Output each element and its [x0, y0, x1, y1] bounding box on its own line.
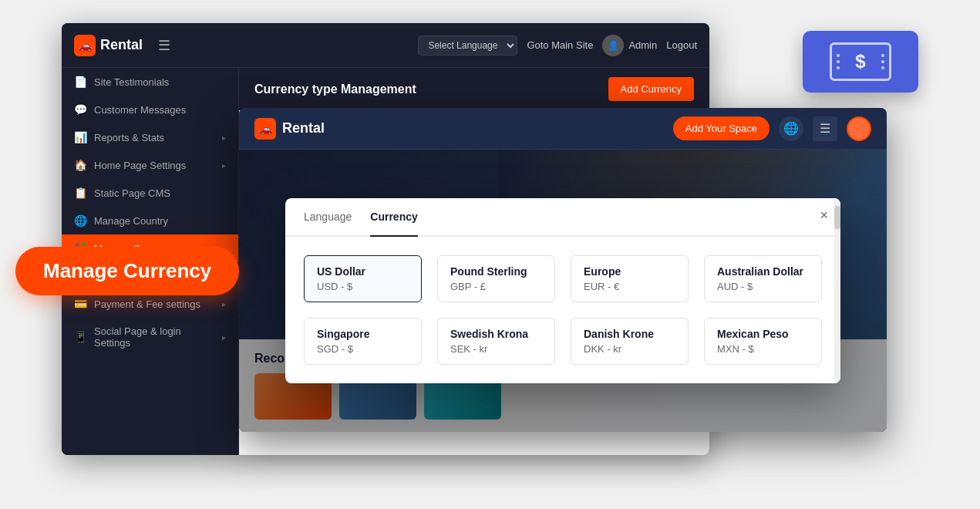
currency-name: Australian Dollar — [717, 265, 809, 278]
modal-overlay: × Language Currency US Dollar USD - $ Po… — [239, 150, 887, 432]
chevron-icon: ▸ — [222, 161, 226, 170]
frontend-header: 🚗 Rental Add Your Space 🌐 ☰ — [239, 108, 887, 150]
scroll-indicator — [834, 198, 840, 383]
currency-code: SGD - $ — [317, 343, 409, 355]
manage-currency-badge: Manage Currency — [15, 247, 239, 295]
admin-user: 👤 Admin — [602, 35, 657, 56]
tab-currency[interactable]: Currency — [370, 198, 417, 237]
frontend-body: Recommended Home × Language Currency US … — [239, 150, 887, 432]
currency-code: EUR - € — [584, 281, 675, 292]
admin-logo: 🚗 Rental — [74, 35, 143, 56]
currency-item-usd[interactable]: US Dollar USD - $ — [304, 255, 422, 302]
country-icon: 🌐 — [74, 214, 86, 227]
goto-main-site-link[interactable]: Goto Main Site — [527, 39, 593, 51]
homepage-icon: 🏠 — [74, 159, 86, 171]
hamburger-menu-icon[interactable]: ☰ — [158, 37, 170, 54]
frontend-logo: 🚗 Rental — [254, 118, 325, 140]
scroll-thumb[interactable] — [834, 206, 840, 229]
frontend-logo-icon: 🚗 — [254, 118, 276, 140]
chevron-icon: ▸ — [222, 333, 226, 342]
user-avatar — [847, 116, 871, 141]
main-content-header: Currency type Management Add Currency — [239, 68, 709, 110]
admin-avatar: 👤 — [602, 35, 624, 56]
currency-code: DKK - kr — [584, 343, 675, 355]
frontend-logo-text: Rental — [282, 120, 325, 137]
currency-item-dkk[interactable]: Danish Krone DKK - kr — [571, 318, 689, 365]
globe-icon[interactable]: 🌐 — [779, 116, 803, 141]
sidebar-label: Site Testimonials — [94, 76, 226, 88]
sidebar-item-homepage[interactable]: 🏠 Home Page Settings ▸ — [62, 151, 238, 179]
payment-icon: 💳 — [74, 298, 86, 310]
currency-name: Danish Krone — [584, 328, 675, 340]
reports-icon: 📊 — [74, 131, 86, 143]
currency-name: Europe — [584, 265, 675, 278]
page-title: Currency type Management — [254, 83, 416, 96]
messages-icon: 💬 — [74, 103, 86, 116]
sidebar-label: Customer Messages — [94, 104, 226, 116]
admin-logo-icon: 🚗 — [74, 35, 96, 56]
currency-modal: × Language Currency US Dollar USD - $ Po… — [285, 198, 840, 383]
modal-tabs: Language Currency — [285, 198, 840, 237]
currency-name: Swedish Krona — [450, 328, 542, 340]
currency-code: GBP - £ — [450, 281, 542, 292]
currency-code: MXN - $ — [717, 343, 809, 355]
currency-name: Singapore — [317, 328, 409, 340]
admin-header: 🚗 Rental ☰ Select Language Goto Main Sit… — [62, 23, 709, 68]
frontend-panel: 🚗 Rental Add Your Space 🌐 ☰ Recommended … — [239, 108, 887, 432]
currency-code: USD - $ — [317, 281, 409, 292]
currency-icon-inner: $ — [830, 42, 891, 81]
currency-item-sek[interactable]: Swedish Krona SEK - kr — [437, 318, 555, 365]
sidebar-item-country[interactable]: 🌐 Manage Country — [62, 207, 238, 234]
sidebar-label: Static Page CMS — [94, 187, 226, 199]
currency-item-gbp[interactable]: Pound Sterling GBP - £ — [437, 255, 555, 302]
admin-logo-text: Rental — [100, 37, 143, 53]
tab-language[interactable]: Language — [304, 198, 352, 237]
currency-icon-card: $ — [803, 31, 918, 93]
currency-item-aud[interactable]: Australian Dollar AUD - $ — [704, 255, 822, 302]
sidebar-item-social[interactable]: 📱 Social Page & login Settings ▸ — [62, 318, 238, 356]
sidebar-item-testimonials[interactable]: 📄 Site Testimonials — [62, 68, 238, 96]
sidebar-label: Social Page & login Settings — [94, 325, 214, 349]
add-space-button[interactable]: Add Your Space — [673, 116, 770, 140]
currency-item-mxn[interactable]: Mexican Peso MXN - $ — [704, 318, 822, 365]
language-select[interactable]: Select Language — [418, 35, 517, 56]
sidebar-label: Reports & Stats — [94, 132, 214, 143]
currency-name: US Dollar — [317, 265, 409, 278]
logout-link[interactable]: Logout — [666, 39, 697, 51]
sidebar-item-cms[interactable]: 📋 Static Page CMS — [62, 179, 238, 207]
frontend-header-right: Add Your Space 🌐 ☰ — [673, 116, 871, 141]
dollar-sign-icon: $ — [855, 51, 865, 72]
currency-name: Pound Sterling — [450, 265, 542, 278]
sidebar-label: Payment & Fee settings — [94, 298, 214, 310]
modal-body: US Dollar USD - $ Pound Sterling GBP - £… — [285, 237, 840, 383]
sidebar-label: Home Page Settings — [94, 160, 214, 171]
sidebar-item-reports[interactable]: 📊 Reports & Stats ▸ — [62, 123, 238, 151]
add-currency-button[interactable]: Add Currency — [608, 77, 694, 101]
sidebar-label: Manage Country — [94, 215, 226, 227]
icon-dots-right — [881, 54, 884, 69]
chevron-icon: ▸ — [222, 300, 226, 308]
currency-name: Mexican Peso — [717, 328, 809, 340]
social-icon: 📱 — [74, 331, 86, 343]
admin-header-right: Select Language Goto Main Site 👤 Admin L… — [418, 35, 697, 56]
testimonials-icon: 📄 — [74, 76, 86, 88]
currency-code: AUD - $ — [717, 281, 809, 292]
menu-icon[interactable]: ☰ — [813, 116, 837, 141]
currency-grid: US Dollar USD - $ Pound Sterling GBP - £… — [304, 255, 822, 365]
currency-code: SEK - kr — [450, 343, 542, 355]
currency-item-eur[interactable]: Europe EUR - € — [571, 255, 689, 302]
icon-dots-left — [837, 54, 840, 69]
sidebar-item-messages[interactable]: 💬 Customer Messages — [62, 96, 238, 123]
admin-username: Admin — [628, 39, 657, 51]
currency-item-sgd[interactable]: Singapore SGD - $ — [304, 318, 422, 365]
modal-close-button[interactable]: × — [820, 207, 828, 224]
chevron-icon: ▸ — [222, 133, 226, 142]
cms-icon: 📋 — [74, 187, 86, 199]
